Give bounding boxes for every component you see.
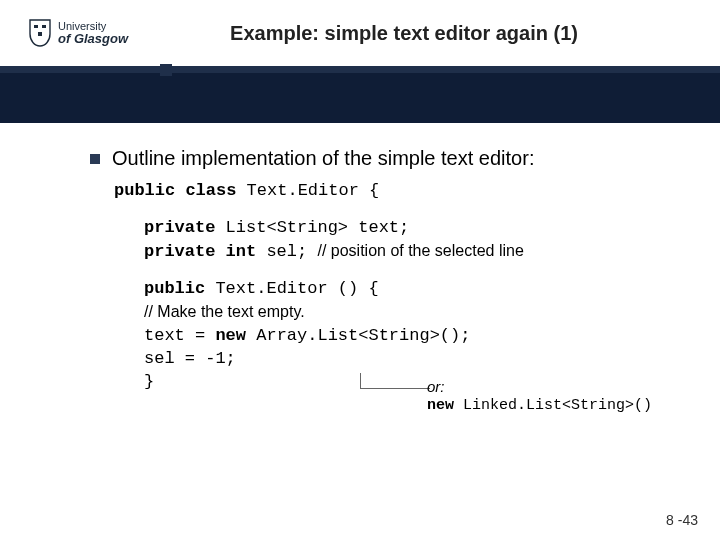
crest-icon [28, 18, 52, 48]
code-text: Text.Editor { [236, 181, 379, 200]
logo-line2: of Glasgow [58, 32, 128, 45]
code-text: sel = -1; [144, 348, 680, 371]
header: University of Glasgow Example: simple te… [0, 0, 720, 66]
annotation-connector [360, 373, 430, 389]
code-comment: Make the text empty. [157, 303, 304, 320]
code-text: List<String> text; [215, 218, 409, 237]
slide-title: Example: simple text editor again (1) [128, 22, 720, 45]
code-kw: public [144, 279, 205, 298]
annotation-kw: new [427, 397, 454, 414]
annotation-code: Linked.List<String>() [454, 397, 652, 414]
navy-band [0, 73, 720, 123]
bullet-text: Outline implementation of the simple tex… [112, 147, 534, 170]
code-text: Text.Editor () { [205, 279, 378, 298]
svg-rect-2 [38, 32, 42, 36]
page-number: 8 -43 [666, 512, 698, 528]
bullet-item: Outline implementation of the simple tex… [90, 147, 680, 170]
code-comment: // [317, 242, 330, 259]
code-text: text = [144, 326, 215, 345]
code-kw: public class [114, 181, 236, 200]
code-kw: new [215, 326, 246, 345]
code-text: Array.List<String>(); [246, 326, 470, 345]
code-kw: private [144, 218, 215, 237]
code-comment: // [144, 303, 157, 320]
bullet-icon [90, 154, 100, 164]
svg-rect-1 [42, 25, 46, 28]
code-comment: position of the selected line [331, 242, 524, 259]
code-block: public class Text.Editor { private List<… [114, 180, 680, 394]
content-area: Outline implementation of the simple tex… [0, 123, 720, 394]
code-text: sel; [256, 242, 317, 261]
annotation: or: new Linked.List<String>() [427, 378, 652, 416]
svg-rect-0 [34, 25, 38, 28]
code-kw: private int [144, 242, 256, 261]
annotation-or: or: [427, 378, 652, 397]
divider-bar [0, 66, 720, 73]
university-logo: University of Glasgow [28, 18, 128, 48]
